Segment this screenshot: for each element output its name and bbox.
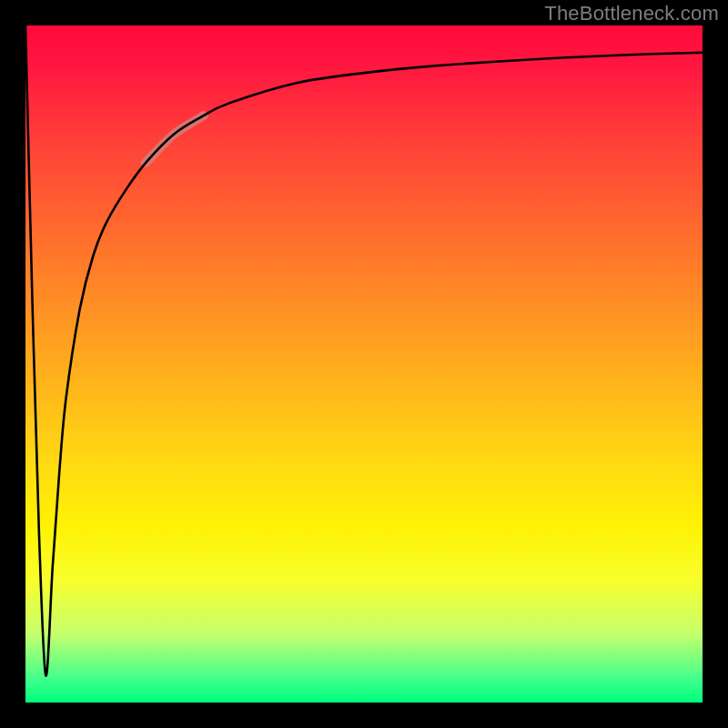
bottleneck-curve: [25, 25, 703, 676]
chart-frame: TheBottleneck.com: [0, 0, 728, 728]
highlight-segment: [146, 116, 204, 163]
watermark-text: TheBottleneck.com: [544, 2, 719, 25]
curve-svg: [25, 25, 703, 703]
plot-area: [25, 25, 703, 703]
